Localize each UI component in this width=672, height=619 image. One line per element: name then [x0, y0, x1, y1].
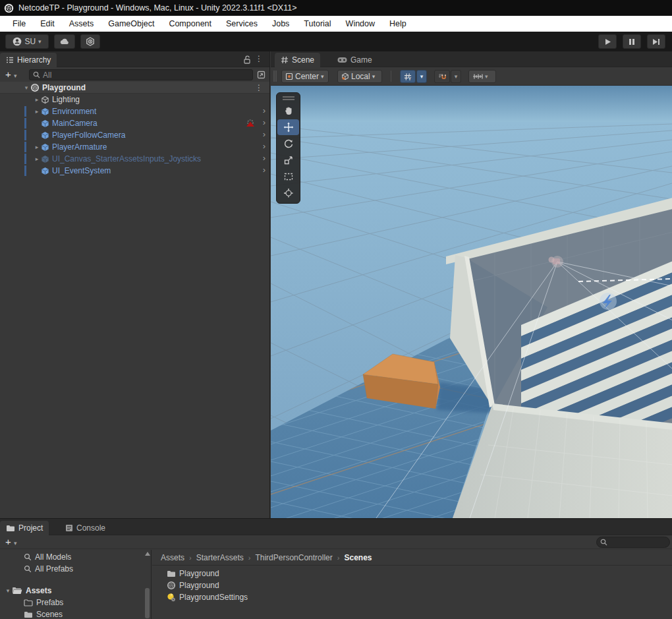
expand-arrow-icon[interactable]: ▾	[22, 84, 30, 91]
file-playground-scene[interactable]: Playground	[152, 579, 672, 591]
file-playgroundsettings[interactable]: PlaygroundSettings	[152, 591, 672, 603]
prefab-open-chevron[interactable]: ›	[263, 141, 266, 151]
menu-gameobject[interactable]: GameObject	[101, 19, 161, 28]
prefab-open-chevron[interactable]: ›	[263, 105, 266, 115]
folder-prefabs[interactable]: Prefabs	[0, 597, 151, 608]
prefab-open-chevron[interactable]: ›	[263, 165, 266, 175]
menu-edit[interactable]: Edit	[33, 19, 62, 28]
prefab-open-chevron[interactable]: ›	[263, 129, 266, 139]
tab-project[interactable]: Project	[0, 521, 49, 535]
breadcrumb-scenes[interactable]: Scenes	[344, 553, 372, 562]
favorite-all-models[interactable]: All Models	[0, 551, 151, 563]
scene-menu-kebab[interactable]: ⋮	[255, 83, 263, 92]
cloud-button[interactable]	[54, 34, 75, 49]
rect-tool-button[interactable]	[277, 169, 299, 185]
menu-help[interactable]: Help	[382, 19, 414, 28]
tab-scene[interactable]: Scene	[275, 53, 320, 67]
grid-axis-icon: Y	[404, 73, 412, 81]
prefab-open-chevron[interactable]: ›	[263, 117, 266, 127]
pivot-mode-button[interactable]: Center ▾	[281, 70, 329, 83]
add-object-button[interactable]: + ▾	[5, 69, 16, 80]
hierarchy-item-ui-eventsystem[interactable]: UI_EventSystem ›	[0, 165, 269, 177]
folder-assets-root[interactable]: ▾ Assets	[0, 585, 151, 597]
move-tool-button[interactable]	[277, 119, 299, 135]
menu-assets[interactable]: Assets	[62, 19, 101, 28]
play-button[interactable]	[598, 34, 617, 49]
pause-icon	[629, 38, 635, 45]
breadcrumb-assets[interactable]: Assets	[161, 553, 184, 562]
folder-icon	[24, 611, 33, 618]
prefab-bar	[24, 165, 26, 176]
tab-console[interactable]: Console	[59, 521, 111, 535]
rect-tool-icon	[283, 171, 294, 182]
unlock-icon[interactable]	[243, 55, 251, 64]
scene-view-panel: Scene Game Center ▾ Local	[271, 51, 672, 518]
prefab-bar	[24, 118, 26, 129]
scroll-up-arrow[interactable]	[145, 552, 150, 556]
scene-viewport[interactable]	[271, 86, 672, 518]
snap-toggle-button[interactable]	[434, 70, 450, 83]
open-folder-icon	[12, 587, 22, 595]
expand-arrow-icon[interactable]: ▸	[33, 96, 41, 103]
grid-visibility-toggle[interactable]: Y	[400, 70, 416, 83]
version-control-button[interactable]	[80, 34, 100, 49]
menu-tutorial[interactable]: Tutorial	[296, 19, 338, 28]
hand-tool-button[interactable]	[277, 103, 299, 119]
search-pick-icon[interactable]	[257, 71, 266, 79]
transform-tool-button[interactable]	[277, 185, 299, 201]
light-probe-gizmo-icon	[600, 293, 617, 310]
folder-scenes[interactable]: Scenes	[0, 608, 151, 619]
cloud-icon	[59, 38, 70, 45]
menu-file[interactable]: File	[5, 19, 33, 28]
scene-tabbar: Scene Game	[271, 51, 672, 67]
expand-arrow-icon[interactable]: ▸	[33, 144, 41, 150]
project-search-input[interactable]	[596, 537, 670, 548]
breadcrumb-thirdpersoncontroller[interactable]: ThirdPersonController	[255, 553, 332, 562]
menu-component[interactable]: Component	[161, 19, 219, 28]
menu-jobs[interactable]: Jobs	[265, 19, 296, 28]
hierarchy-search-input[interactable]: All	[29, 69, 253, 80]
scrollbar-thumb[interactable]	[145, 588, 150, 618]
scene-toolbar: Center ▾ Local ▾ Y ▾	[271, 67, 672, 86]
tab-hierarchy[interactable]: Hierarchy	[0, 53, 57, 67]
svg-text:Y: Y	[408, 76, 412, 81]
hierarchy-item-playerfollowcamera[interactable]: PlayerFollowCamera ›	[0, 129, 269, 141]
folder-tree-scrollbar[interactable]	[144, 550, 150, 619]
tab-game[interactable]: Game	[331, 53, 378, 67]
prefab-cube-icon	[41, 167, 49, 175]
prefab-open-chevron[interactable]: ›	[263, 153, 266, 163]
scale-tool-button[interactable]	[277, 152, 299, 168]
step-button[interactable]	[647, 34, 665, 49]
account-button[interactable]: SU ▾	[5, 34, 49, 49]
menu-services[interactable]: Services	[219, 19, 265, 28]
breadcrumb-starterassets[interactable]: StarterAssets	[196, 553, 244, 562]
orientation-button[interactable]: Local ▾	[337, 70, 382, 83]
empty-folder-icon	[24, 599, 33, 606]
pause-button[interactable]	[623, 34, 641, 49]
hierarchy-menu-kebab[interactable]: ⋮	[255, 54, 263, 63]
hierarchy-item-lighting[interactable]: ▸ Lighting	[0, 94, 269, 105]
snap-dropdown-button[interactable]: ▾	[451, 70, 461, 83]
create-asset-button[interactable]: + ▾	[5, 536, 16, 547]
expand-arrow-icon[interactable]: ▸	[33, 156, 41, 162]
grid-dropdown-button[interactable]: ▾	[416, 70, 427, 83]
project-toolbar: + ▾	[0, 535, 672, 549]
hierarchy-scene-row[interactable]: ▾ Playground ⋮	[0, 82, 269, 94]
prefab-cube-icon	[41, 107, 49, 116]
snap-increment-button[interactable]: ▾	[468, 70, 496, 83]
expand-arrow-icon[interactable]: ▸	[33, 108, 41, 115]
tools-drag-handle[interactable]	[283, 96, 294, 100]
toolbar-grip[interactable]	[273, 71, 277, 82]
hierarchy-item-playerarmature[interactable]: ▸ PlayerArmature ›	[0, 141, 269, 153]
favorite-all-prefabs[interactable]: All Prefabs	[0, 563, 151, 575]
menu-window[interactable]: Window	[339, 19, 382, 28]
folder-icon	[167, 570, 176, 577]
expand-arrow-icon[interactable]: ▾	[4, 587, 12, 594]
file-playground-folder[interactable]: Playground	[152, 568, 672, 579]
rotate-tool-icon	[283, 138, 294, 149]
hierarchy-item-maincamera[interactable]: MainCamera ›	[0, 117, 269, 129]
rotate-tool-button[interactable]	[277, 136, 299, 152]
hierarchy-item-ui-canvas[interactable]: ▸ UI_Canvas_StarterAssetsInputs_Joystick…	[0, 153, 269, 165]
scene-asset-icon	[30, 83, 40, 92]
hierarchy-item-environment[interactable]: ▸ Environment ›	[0, 105, 269, 117]
